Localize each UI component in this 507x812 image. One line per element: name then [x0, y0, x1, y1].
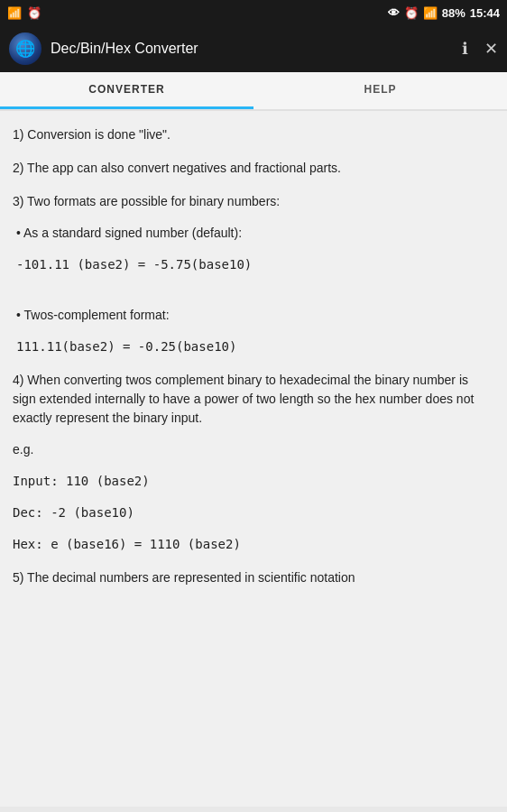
twos-complement-info: • Twos-complement format: 111.11(base2) … [16, 306, 494, 356]
title-bar: 🌐 Dec/Bin/Hex Converter ℹ ✕ [0, 25, 507, 72]
sim-icon: 📶 [7, 6, 22, 20]
app-icon: 🌐 [9, 32, 41, 65]
status-bar: 📶 ⏰ 👁 ⏰ 📶 88% 15:44 [0, 0, 507, 25]
status-bar-right: 👁 ⏰ 📶 88% 15:44 [388, 6, 500, 20]
alarm-icon: ⏰ [27, 6, 41, 20]
help-item-3: 3) Two formats are possible for binary n… [13, 192, 494, 356]
status-bar-left: 📶 ⏰ [7, 6, 41, 20]
battery-level: 88% [442, 6, 466, 20]
help-content: 1) Conversion is done "live". 2) The app… [0, 111, 507, 807]
title-bar-actions: ℹ ✕ [462, 39, 498, 59]
app-title: Dec/Bin/Hex Converter [51, 41, 453, 57]
help-item-2: 2) The app can also convert negatives an… [13, 159, 494, 178]
help-item-4: 4) When converting twos complement binar… [13, 371, 494, 554]
info-button[interactable]: ℹ [462, 39, 468, 59]
tab-help[interactable]: HELP [254, 72, 507, 109]
close-button[interactable]: ✕ [484, 39, 498, 59]
tab-converter[interactable]: CONVERTER [0, 72, 254, 109]
alarm-clock-icon: ⏰ [404, 6, 419, 20]
help-item-5: 5) The decimal numbers are represented i… [13, 568, 494, 587]
clock: 15:44 [470, 6, 500, 20]
help-item-1: 1) Conversion is done "live". [13, 125, 494, 144]
tab-bar: CONVERTER HELP [0, 72, 507, 111]
eye-icon: 👁 [388, 6, 400, 20]
signed-number-info: • As a standard signed number (default):… [16, 224, 494, 274]
wifi-icon: 📶 [423, 6, 438, 20]
